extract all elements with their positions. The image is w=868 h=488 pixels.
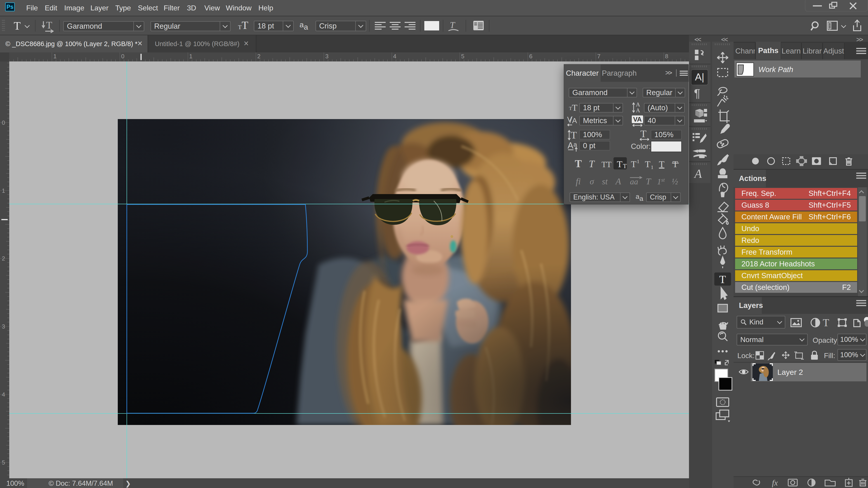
svg-text:3: 3 bbox=[325, 53, 329, 60]
svg-text:T: T bbox=[645, 159, 650, 169]
svg-text:st: st bbox=[661, 177, 665, 183]
svg-text:σ: σ bbox=[590, 177, 594, 186]
svg-text:T: T bbox=[719, 273, 726, 285]
svg-text:A: A bbox=[572, 117, 577, 125]
svg-text:5: 5 bbox=[461, 53, 464, 60]
svg-text:st: st bbox=[602, 177, 608, 186]
svg-text:T: T bbox=[623, 163, 627, 169]
svg-text:1: 1 bbox=[2, 187, 5, 194]
svg-text:T: T bbox=[646, 176, 651, 186]
svg-text:2: 2 bbox=[257, 53, 260, 60]
svg-text:A: A bbox=[567, 141, 574, 150]
svg-text:5: 5 bbox=[2, 459, 5, 466]
svg-text:2: 2 bbox=[2, 255, 5, 262]
svg-text:3: 3 bbox=[2, 323, 5, 330]
svg-text:A: A bbox=[636, 101, 640, 108]
svg-text:fi: fi bbox=[576, 176, 581, 186]
svg-text:0: 0 bbox=[2, 119, 5, 126]
svg-text:½: ½ bbox=[672, 177, 678, 186]
svg-text:TT: TT bbox=[601, 160, 612, 169]
svg-text:T: T bbox=[571, 130, 577, 141]
svg-text:7: 7 bbox=[597, 53, 600, 60]
svg-text:T: T bbox=[617, 159, 622, 169]
svg-text:T: T bbox=[575, 158, 582, 169]
svg-text:1: 1 bbox=[651, 164, 653, 170]
svg-text:6: 6 bbox=[529, 53, 532, 60]
svg-text:T: T bbox=[823, 317, 829, 328]
svg-text:0: 0 bbox=[121, 53, 124, 60]
svg-text:a: a bbox=[574, 141, 577, 148]
svg-text:4: 4 bbox=[393, 53, 396, 60]
svg-text:aa: aa bbox=[630, 177, 638, 186]
svg-text:T: T bbox=[450, 20, 456, 30]
svg-text:1: 1 bbox=[657, 177, 661, 186]
svg-text:A: A bbox=[636, 107, 640, 113]
svg-text:T: T bbox=[640, 129, 647, 139]
svg-text:T: T bbox=[673, 159, 678, 169]
svg-text:1: 1 bbox=[53, 53, 57, 60]
svg-text:8: 8 bbox=[665, 53, 668, 60]
svg-text:T: T bbox=[46, 20, 52, 31]
svg-text:1: 1 bbox=[189, 53, 192, 60]
svg-text:T: T bbox=[631, 159, 636, 169]
svg-text:fx: fx bbox=[772, 478, 778, 487]
svg-text:T: T bbox=[589, 158, 595, 169]
svg-text:4: 4 bbox=[2, 391, 5, 398]
svg-text:1: 1 bbox=[637, 158, 640, 164]
svg-text:A: A bbox=[615, 176, 621, 186]
svg-text:T: T bbox=[659, 159, 664, 169]
